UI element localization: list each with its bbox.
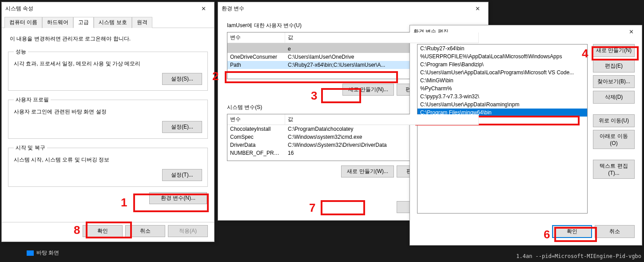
browse-button[interactable]: 찾아보기(B)... bbox=[593, 75, 635, 88]
cancel-button[interactable]: 취소 bbox=[595, 225, 635, 238]
tab-system-protection[interactable]: 시스템 보호 bbox=[94, 17, 131, 28]
desktop-item: 바탕 화면 bbox=[27, 249, 59, 257]
tab-remote[interactable]: 원격 bbox=[132, 17, 152, 28]
admin-notice: 이 내용을 변경하려면 관리자로 로그온해야 합니다. bbox=[10, 35, 208, 43]
list-item[interactable]: C:\pypy3.7-v7.3.3-win32\ bbox=[417, 93, 587, 101]
perf-settings-button[interactable]: 설정(S)... bbox=[162, 73, 202, 85]
var-name: ChocolateyInstall bbox=[227, 125, 285, 133]
close-button[interactable]: ✕ bbox=[195, 4, 211, 13]
window-title: 환경 변수 bbox=[221, 5, 244, 12]
startup-desc: 시스템 시작, 시스템 오류 및 디버깅 정보 bbox=[14, 156, 202, 164]
list-item[interactable]: C:\Program Files\Bandizip\ bbox=[417, 60, 587, 69]
tab-strip: 컴퓨터 이름 하드웨어 고급 시스템 보호 원격 bbox=[2, 15, 214, 28]
cancel-button[interactable]: 취소 bbox=[125, 225, 165, 237]
delete-button[interactable]: 삭제(D) bbox=[593, 91, 635, 104]
var-name: OneDriveConsumer bbox=[227, 53, 285, 61]
new-button[interactable]: 새로 만들기(N) bbox=[593, 44, 635, 57]
list-item[interactable]: %USERPROFILE%\AppData\Local\Microsoft\Wi… bbox=[417, 52, 587, 60]
profile-legend: 사용자 프로필 bbox=[14, 96, 51, 104]
titlebar: 환경 변수 ✕ bbox=[218, 2, 488, 15]
tab-computer-name[interactable]: 컴퓨터 이름 bbox=[4, 17, 42, 28]
startup-settings-button[interactable]: 설정(T)... bbox=[162, 169, 202, 181]
list-item[interactable]: C:\MinGW\bin bbox=[417, 77, 587, 85]
move-down-button[interactable]: 아래로 이동(O) bbox=[593, 130, 635, 149]
text-edit-button[interactable]: 텍스트 편집(T)... bbox=[593, 160, 635, 179]
env-variables-button[interactable]: 환경 변수(N)... bbox=[149, 192, 207, 204]
window-title: 시스템 속성 bbox=[4, 5, 33, 12]
move-up-button[interactable]: 위로 이동(U) bbox=[593, 114, 635, 127]
list-item[interactable]: %PyCharm% bbox=[417, 85, 587, 93]
terminal-text: 1.4an --pid=Microsoft-MIEngine-Pid-vgbo bbox=[513, 250, 644, 262]
user-profile-group: 사용자 프로필 사용자 로그인에 관련된 바탕 화면 설정 설정(E)... bbox=[8, 96, 208, 139]
close-button[interactable]: ✕ bbox=[623, 27, 639, 36]
performance-legend: 성능 bbox=[14, 48, 28, 56]
user-new-button[interactable]: 새로 만들기(N)... bbox=[342, 84, 394, 96]
folder-icon bbox=[27, 250, 34, 256]
profile-settings-button[interactable]: 설정(E)... bbox=[162, 121, 202, 133]
edit-env-variable-window: 환경 변수 편집 ✕ C:\Ruby27-x64\bin%USERPROFILE… bbox=[409, 25, 642, 246]
ok-button[interactable]: 확인 bbox=[83, 225, 123, 237]
list-item[interactable]: C:\Users\IamUser\AppData\Local\Programs\… bbox=[417, 69, 587, 77]
performance-desc: 시각 효과, 프로세서 일정, 메모리 사용 및 가상 메모리 bbox=[14, 60, 202, 68]
system-new-button[interactable]: 새로 만들기(W)... bbox=[341, 165, 394, 177]
system-properties-window: 시스템 속성 ✕ 컴퓨터 이름 하드웨어 고급 시스템 보호 원격 이 내용을 … bbox=[1, 2, 215, 242]
var-name: Path bbox=[227, 61, 285, 69]
list-item[interactable]: C:\Ruby27-x64\bin bbox=[417, 44, 587, 52]
tab-hardware[interactable]: 하드웨어 bbox=[42, 17, 73, 28]
col-header-val[interactable]: 값 bbox=[285, 114, 479, 125]
startup-legend: 시작 및 복구 bbox=[14, 144, 47, 152]
performance-group: 성능 시각 효과, 프로세서 일정, 메모리 사용 및 가상 메모리 설정(S)… bbox=[8, 48, 208, 91]
titlebar: 시스템 속성 ✕ bbox=[2, 2, 214, 15]
col-header-val[interactable]: 값 bbox=[285, 32, 479, 43]
apply-button[interactable]: 적용(A) bbox=[168, 225, 208, 237]
var-name bbox=[227, 45, 285, 53]
tab-advanced[interactable]: 고급 bbox=[73, 17, 94, 28]
close-button[interactable]: ✕ bbox=[469, 4, 485, 13]
var-name: NUMBER_OF_PRO... bbox=[227, 149, 285, 157]
profile-desc: 사용자 로그인에 관련된 바탕 화면 설정 bbox=[14, 108, 202, 116]
desktop-label: 바탕 화면 bbox=[36, 249, 59, 257]
startup-recovery-group: 시작 및 복구 시스템 시작, 시스템 오류 및 디버깅 정보 설정(T)... bbox=[8, 144, 208, 187]
col-header-var[interactable]: 변수 bbox=[227, 32, 285, 43]
ok-button[interactable]: 확인 bbox=[552, 225, 592, 238]
path-list[interactable]: C:\Ruby27-x64\bin%USERPROFILE%\AppData\L… bbox=[417, 44, 588, 214]
col-header-var[interactable]: 변수 bbox=[227, 114, 285, 125]
var-name: ComSpec bbox=[227, 133, 285, 141]
edit-button[interactable]: 편집(E) bbox=[593, 60, 635, 73]
list-item[interactable]: C:\Users\IamUser\AppData\Roaming\npm bbox=[417, 101, 587, 109]
var-name: DriverData bbox=[227, 141, 285, 149]
